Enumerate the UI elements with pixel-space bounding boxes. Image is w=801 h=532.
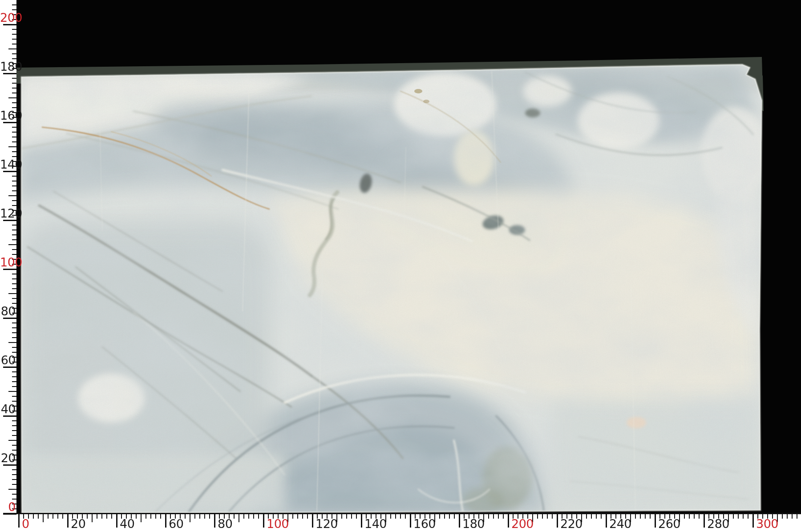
horizontal-ruler-tick [253,514,254,519]
horizontal-ruler-tick [782,514,783,519]
horizontal-ruler-tick [361,514,362,528]
horizontal-ruler-tick [488,514,489,519]
horizontal-ruler-tick [239,514,239,522]
vertical-ruler-tick [12,58,16,59]
horizontal-ruler-tick [185,514,186,519]
horizontal-ruler-tick [190,514,190,522]
horizontal-ruler-tick [292,514,293,519]
vertical-ruler-tick [12,53,16,54]
horizontal-ruler-tick [508,514,509,528]
marble-texture [16,0,801,514]
vertical-ruler-tick [12,151,16,152]
vertical-ruler-tick [12,185,16,186]
vertical-ruler-tick [12,484,16,485]
vertical-ruler-tick [12,332,16,333]
vertical-ruler-tick [12,9,16,10]
horizontal-ruler-tick [410,514,411,528]
vertical-ruler-tick [12,298,16,299]
horizontal-ruler-tick [689,514,690,519]
vertical-ruler-label: 40 [0,403,16,415]
horizontal-ruler-tick [136,514,137,519]
vertical-ruler-tick [12,239,16,240]
horizontal-ruler-label: 220 [560,518,583,530]
vertical-ruler-tick [12,337,16,338]
vertical-ruler-tick [12,190,16,191]
horizontal-ruler-tick [586,514,587,519]
horizontal-ruler-tick [33,514,34,519]
horizontal-ruler-tick [312,514,313,528]
horizontal-ruler-tick [106,514,107,519]
horizontal-ruler-tick [694,514,695,519]
horizontal-ruler-tick [248,514,249,519]
vertical-ruler-tick [12,396,16,397]
vertical-ruler-tick [12,132,16,133]
horizontal-ruler-tick [209,514,210,519]
vertical-ruler-label: 180 [0,60,16,73]
horizontal-ruler-tick [53,514,53,519]
horizontal-ruler-tick [258,514,259,519]
horizontal-ruler-tick [400,514,401,519]
vertical-ruler-tick [12,499,16,500]
horizontal-ruler-tick [439,514,440,519]
vertical-ruler-tick [12,156,16,157]
vertical-ruler-tick [12,322,16,323]
horizontal-ruler-label: 240 [609,518,631,530]
vertical-ruler-tick [8,195,16,196]
vertical-ruler-label: 140 [0,158,16,170]
vertical-ruler-tick [8,244,16,245]
vertical-ruler-tick [12,83,16,84]
horizontal-ruler-tick [116,514,117,528]
vertical-ruler-tick [12,420,16,421]
horizontal-ruler-tick [787,514,788,519]
vertical-ruler-tick [12,450,16,451]
vertical-ruler-tick [12,274,16,274]
horizontal-ruler-tick [243,514,244,519]
horizontal-ruler-tick [704,514,705,528]
horizontal-ruler-tick [557,514,558,528]
horizontal-ruler-label: 60 [169,518,183,530]
horizontal-ruler-tick [141,514,142,522]
vertical-ruler-tick [12,327,16,328]
horizontal-ruler-tick [405,514,406,519]
vertical-ruler-tick [12,4,16,5]
horizontal-ruler-tick [640,514,641,519]
horizontal-ruler-tick [346,514,347,519]
vertical-ruler-tick [12,230,16,230]
vertical-ruler-tick [12,352,16,353]
vertical-ruler-label: 160 [0,109,16,121]
horizontal-ruler-tick [655,514,656,528]
horizontal-ruler-tick [503,514,504,519]
vertical-ruler-tick [12,181,16,181]
horizontal-ruler-tick [444,514,445,519]
vertical-ruler-tick [8,391,16,392]
vertical-ruler-tick [12,93,16,93]
vertical-ruler-tick [12,205,16,206]
vertical-ruler-tick [8,146,16,147]
horizontal-ruler-tick [356,514,357,519]
horizontal-ruler-tick [498,514,499,519]
vertical-ruler-tick [12,141,16,142]
horizontal-ruler-label: 0 [22,518,29,530]
vertical-ruler-tick [12,386,16,387]
horizontal-ruler-label: 40 [120,518,134,530]
horizontal-ruler-label: 180 [462,518,485,530]
horizontal-ruler-tick [351,514,352,519]
horizontal-ruler-label: 280 [707,518,729,530]
horizontal-ruler-tick [752,514,754,528]
vertical-ruler-tick [12,371,16,372]
vertical-ruler-tick [12,176,16,177]
vertical-ruler-tick [12,474,16,475]
horizontal-ruler-tick [18,514,20,528]
vertical-ruler-tick [12,254,16,255]
horizontal-ruler-label: 80 [218,518,232,530]
vertical-ruler-tick [12,234,16,235]
vertical-ruler-tick [12,102,16,103]
horizontal-ruler-tick [155,514,156,519]
vertical-ruler-tick [12,288,16,289]
horizontal-ruler-tick [43,514,44,522]
horizontal-ruler-tick [797,514,797,519]
vertical-ruler-tick [12,278,16,279]
vertical-ruler-tick [12,44,16,44]
horizontal-ruler-label: 300 [756,518,778,530]
horizontal-ruler-tick [635,514,636,519]
